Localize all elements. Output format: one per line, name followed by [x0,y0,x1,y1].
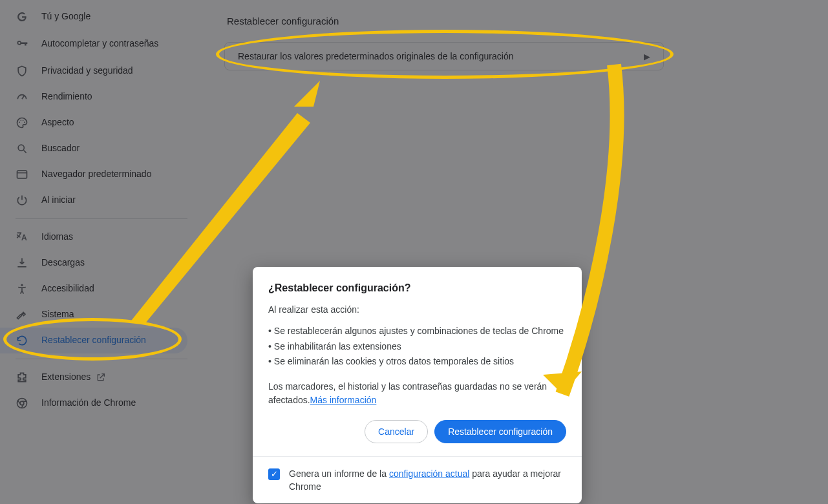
sidebar-item-label: Al iniciar [41,194,76,206]
current-settings-link[interactable]: configuración actual [389,468,470,479]
sidebar-item-label: Privacidad y seguridad [41,65,133,77]
sidebar-item-performance[interactable]: Rendimiento [0,84,187,110]
sidebar-item-label: Rendimiento [41,91,92,103]
svg-point-3 [24,121,25,123]
settings-main: Restablecer configuración Restaurar los … [224,16,664,70]
sidebar-item-system[interactable]: Sistema [0,302,187,328]
key-icon [16,37,41,50]
translate-icon [16,231,41,244]
sidebar-item-extensions[interactable]: Extensiones [0,364,187,390]
svg-point-2 [23,120,24,121]
gauge-icon [16,90,41,103]
sidebar-item-label: Extensiones [41,372,90,383]
sidebar-item-on-startup[interactable]: Al iniciar [0,187,187,213]
chrome-icon [16,397,41,410]
sidebar-item-about-chrome[interactable]: Información de Chrome [0,390,187,416]
sidebar-item-label: Accesibilidad [41,283,94,295]
section-title: Restablecer configuración [227,16,664,26]
row-label: Restaurar los valores predeterminados or… [238,51,513,61]
palette-icon [16,116,41,129]
reset-confirm-button[interactable]: Restablecer configuración [434,420,566,443]
svg-line-5 [24,151,27,153]
reset-settings-dialog: ¿Restablecer configuración? Al realizar … [253,267,582,503]
svg-marker-11 [294,81,320,107]
sidebar-item-search[interactable]: Buscador [0,136,187,162]
dialog-bullet: Se eliminarán las cookies y otros datos … [268,355,566,368]
svg-rect-6 [17,171,27,178]
sidebar-item-label: Información de Chrome [41,397,136,409]
search-icon [16,142,41,155]
sidebar-item-label: Restablecer configuración [41,335,146,346]
settings-sidebar: Tú y Google Autocompletar y contraseñas … [0,0,187,504]
svg-point-1 [21,120,22,121]
wrench-icon [16,308,41,321]
dialog-bullet: Se inhabilitarán las extensiones [268,341,566,353]
sidebar-item-autofill[interactable]: Autocompletar y contraseñas [0,30,187,58]
cancel-button[interactable]: Cancelar [365,420,428,443]
learn-more-link[interactable]: Más información [310,395,377,405]
sidebar-item-label: Aspecto [41,117,74,129]
dialog-lead: Al realizar esta acción: [268,304,566,315]
svg-point-0 [19,121,20,123]
sidebar-item-label: Buscador [41,143,80,154]
sidebar-divider [16,218,187,219]
power-icon [16,194,41,207]
report-checkbox[interactable]: ✓ [268,468,280,480]
dialog-keep-text: Los marcadores, el historial y las contr… [268,380,566,407]
sidebar-item-reset[interactable]: Restablecer configuración [0,328,187,353]
shield-icon [16,65,41,78]
sidebar-item-appearance[interactable]: Aspecto [0,110,187,136]
sidebar-item-label: Autocompletar y contraseñas [41,38,158,50]
sidebar-item-languages[interactable]: Idiomas [0,224,187,250]
sidebar-item-you-and-google[interactable]: Tú y Google [0,4,187,30]
sidebar-item-accessibility[interactable]: Accesibilidad [0,276,187,302]
sidebar-item-downloads[interactable]: Descargas [0,250,187,276]
open-external-icon [96,372,106,383]
svg-point-8 [21,284,23,286]
sidebar-item-label: Tú y Google [41,11,90,23]
dialog-bullet: Se restablecerán algunos ajustes y combi… [268,325,566,338]
download-icon [16,257,41,269]
sidebar-item-label: Descargas [41,257,85,269]
sidebar-divider [16,359,187,359]
report-label: Genera un informe de la configuración ac… [289,467,566,494]
reset-icon [16,334,41,347]
dialog-title: ¿Restablecer configuración? [268,282,566,294]
svg-point-4 [18,145,24,151]
accessibility-icon [16,282,41,295]
dialog-bullet-list: Se restablecerán algunos ajustes y combi… [268,325,566,368]
browser-icon [16,168,41,181]
sidebar-item-default-browser[interactable]: Navegador predeterminado [0,162,187,187]
chevron-right-icon: ▶ [644,52,650,61]
google-g-icon [16,10,41,23]
sidebar-item-label: Sistema [41,309,74,320]
restore-defaults-row[interactable]: Restaurar los valores predeterminados or… [224,42,664,70]
sidebar-item-label: Navegador predeterminado [41,169,151,180]
sidebar-item-privacy[interactable]: Privacidad y seguridad [0,58,187,84]
extension-icon [16,371,41,384]
sidebar-item-label: Idiomas [41,231,73,243]
